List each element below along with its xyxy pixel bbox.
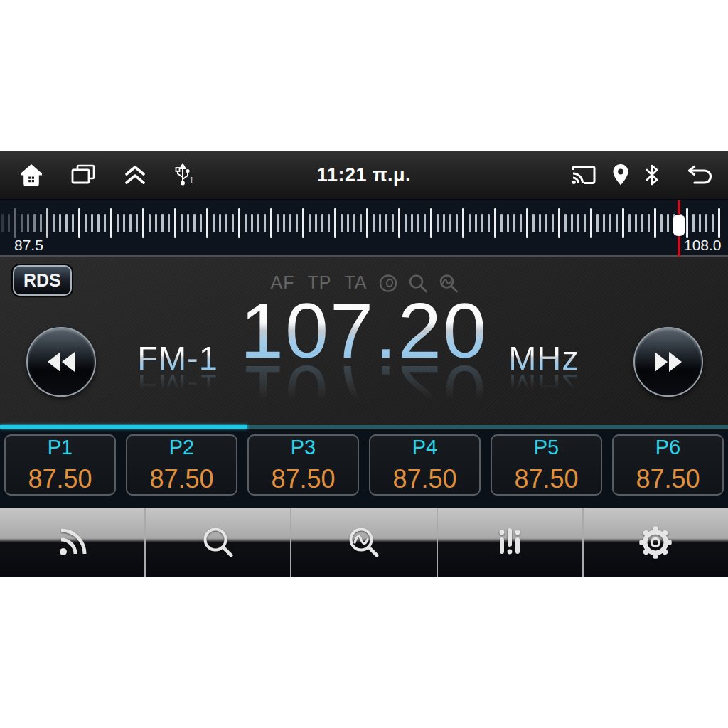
cast-indicator bbox=[570, 164, 597, 186]
toolbar-scan-button[interactable] bbox=[291, 508, 436, 577]
band-progress-track bbox=[0, 425, 728, 429]
preset-value: 87.50 bbox=[271, 464, 335, 494]
equalizer-icon bbox=[492, 525, 528, 560]
preset-label: P4 bbox=[412, 436, 437, 459]
presets-section: P1 87.50 P2 87.50 P3 87.50 P4 87.50 P5 bbox=[0, 425, 728, 508]
seek-up-icon bbox=[653, 350, 684, 373]
tuner-scale[interactable]: 87.5 108.0 bbox=[0, 199, 728, 257]
scale-min-label: 87.5 bbox=[14, 237, 43, 254]
tuner-main: RDS AF TP TA bbox=[0, 257, 728, 425]
broadcast-icon bbox=[55, 525, 90, 560]
radio-app-screen: 1 11:21 π.μ. bbox=[0, 151, 728, 577]
back-button[interactable] bbox=[684, 164, 712, 186]
cast-icon bbox=[570, 164, 597, 186]
seek-up-button[interactable] bbox=[633, 327, 703, 397]
status-bar-right bbox=[570, 151, 712, 199]
unit-label-reflection: MHz bbox=[483, 370, 604, 403]
preset-row: P1 87.50 P2 87.50 P3 87.50 P4 87.50 P5 bbox=[0, 434, 728, 496]
page: 1 11:21 π.μ. bbox=[0, 0, 728, 728]
back-icon bbox=[684, 164, 712, 186]
scan-icon bbox=[346, 525, 382, 560]
settings-icon bbox=[637, 524, 674, 561]
toolbar-equalizer-button[interactable] bbox=[438, 508, 582, 577]
preset-value: 87.50 bbox=[149, 464, 213, 494]
preset-label: P6 bbox=[655, 436, 680, 459]
location-indicator bbox=[611, 163, 630, 187]
preset-value: 87.50 bbox=[636, 464, 700, 494]
toolbar-broadcast-button[interactable] bbox=[0, 508, 144, 577]
bottom-toolbar bbox=[0, 508, 728, 577]
preset-value: 87.50 bbox=[28, 464, 92, 494]
preset-button-2[interactable]: P2 87.50 bbox=[126, 434, 237, 496]
preset-button-6[interactable]: P6 87.50 bbox=[612, 434, 724, 496]
frequency-value-reflection: 107.20 bbox=[0, 354, 728, 432]
toolbar-settings-button[interactable] bbox=[584, 508, 728, 577]
preset-button-3[interactable]: P3 87.50 bbox=[247, 434, 359, 496]
frequency-display: 107.20 107.20 bbox=[0, 291, 728, 432]
preset-button-1[interactable]: P1 87.50 bbox=[4, 434, 116, 496]
status-bar: 1 11:21 π.μ. bbox=[0, 151, 728, 199]
preset-label: P2 bbox=[169, 436, 194, 459]
preset-label: P3 bbox=[291, 436, 316, 459]
tuning-needle-handle[interactable] bbox=[673, 215, 685, 236]
toolbar-search-button[interactable] bbox=[146, 508, 290, 577]
preset-button-5[interactable]: P5 87.50 bbox=[491, 434, 602, 496]
location-icon bbox=[611, 163, 630, 187]
bluetooth-icon bbox=[644, 163, 660, 187]
preset-label: P1 bbox=[48, 436, 73, 459]
search-icon bbox=[200, 525, 236, 560]
unit-display: MHz MHz bbox=[483, 341, 604, 403]
band-progress-fill bbox=[0, 425, 247, 429]
scale-max-label: 108.0 bbox=[684, 237, 722, 254]
preset-label: P5 bbox=[534, 436, 559, 459]
preset-value: 87.50 bbox=[392, 464, 456, 494]
bluetooth-indicator bbox=[644, 163, 660, 187]
preset-value: 87.50 bbox=[514, 464, 578, 494]
preset-button-4[interactable]: P4 87.50 bbox=[369, 434, 481, 496]
